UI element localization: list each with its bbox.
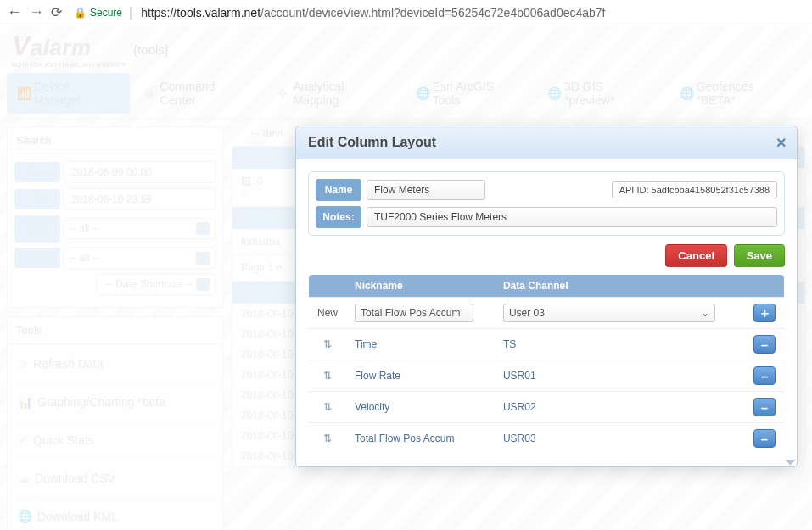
from-label: From (14, 162, 60, 182)
column-row: ⇅VelocityUSR02– (309, 392, 785, 423)
refresh-icon: ⟳ (18, 357, 28, 371)
chevron-down-icon: ⌄ (196, 278, 210, 291)
refresh-data-link[interactable]: ⟳Refresh Data (8, 344, 222, 382)
quick-stats-link[interactable]: ✔Quick Stats (8, 421, 222, 459)
chart-icon: 📊 (18, 395, 32, 409)
column-row: ⇅Total Flow Pos AccumUSR03– (309, 423, 785, 455)
edit-icon[interactable]: ✎ (241, 187, 249, 199)
globe-icon: 🌐 (416, 86, 428, 100)
trigger-select[interactable]: -- all --⌄ (64, 248, 216, 269)
notes-label: Notes: (316, 206, 361, 228)
new-label: New (309, 298, 347, 329)
channel-cell: USR01 (495, 360, 745, 392)
sort-handle-icon[interactable]: ⇅ (317, 432, 338, 444)
col-nickname: Nickname (346, 275, 495, 298)
globe-icon: 🌐 (680, 86, 692, 100)
nickname-cell: Flow Rate (346, 360, 495, 392)
globe-icon: 🌐 (547, 86, 559, 100)
search-panel: Search From 2018-08-09 00:00 To 2018-08-… (7, 126, 223, 308)
logo: Valarm (12, 31, 126, 62)
graphing-link[interactable]: 📊Graphing/Charting *beta (8, 382, 222, 421)
remove-column-button[interactable]: – (753, 429, 776, 448)
globe-icon: 🌐 (18, 510, 32, 523)
close-icon[interactable]: ✕ (776, 135, 787, 151)
cloud-icon: ☁ (18, 471, 30, 485)
new-channel-select[interactable]: User 03⌄ (503, 304, 715, 322)
download-kml-link[interactable]: 🌐Download KML (8, 497, 222, 530)
sort-handle-icon[interactable]: ⇅ (317, 401, 338, 413)
header: Valarm MONITOR ANYTHING, ANYWHERE™ {tool… (0, 25, 812, 68)
to-input[interactable]: 2018-08-10 23:59 (64, 188, 216, 210)
tab-device-manager[interactable]: 📶Device Manager (7, 73, 130, 114)
col-datachannel: Data Channel (495, 275, 745, 298)
cancel-button[interactable]: Cancel (665, 244, 727, 267)
column-row: ⇅Flow RateUSR01– (309, 360, 785, 392)
channel-cell: USR03 (495, 423, 745, 455)
url-bar[interactable]: https://tools.valarm.net/account/deviceV… (139, 6, 805, 20)
search-title: Search (8, 127, 222, 154)
remove-column-button[interactable]: – (753, 335, 776, 354)
save-button[interactable]: Save (734, 244, 785, 267)
new-nickname-input[interactable]: Total Flow Pos Accum (355, 304, 473, 322)
tab-3d-gis[interactable]: 🌐3D GIS *preview* (537, 73, 666, 114)
sort-handle-icon[interactable]: ⇅ (317, 370, 338, 382)
col-handle (309, 275, 347, 298)
tools-title: Tools (8, 317, 222, 344)
chevron-down-icon: ⌄ (701, 307, 709, 319)
column-row: ⇅TimeTS– (309, 329, 785, 360)
api-id-badge: API ID: 5adfcbba4158052f31c57388 (612, 181, 777, 198)
reload-button[interactable]: ⟳ (51, 4, 62, 20)
signal-icon: 📶 (17, 86, 29, 100)
from-input[interactable]: 2018-08-09 00:00 (64, 161, 216, 183)
sort-handle-icon[interactable]: ⇅ (317, 338, 338, 350)
add-column-button[interactable]: ＋ (753, 304, 776, 322)
secure-indicator: 🔒 Secure (74, 7, 122, 19)
tab-esri-arcgis[interactable]: 🌐Esri ArcGIS Tools (406, 73, 534, 114)
dialog-title: Edit Column Layout ✕ (296, 126, 797, 159)
nickname-cell: Total Flow Pos Accum (346, 423, 495, 455)
image-icon: 🖼 (241, 176, 251, 187)
notes-input[interactable]: TUF2000 Series Flow Meters (367, 207, 777, 227)
tools-tag: {tools} (133, 42, 169, 57)
tab-analytical-mapping[interactable]: ✜Analytical Mapping (266, 73, 402, 114)
tab-geofences[interactable]: 🌐Geofences *BETA* (669, 73, 806, 114)
channel-cell: TS (495, 329, 745, 360)
back-button[interactable]: ← (7, 3, 22, 21)
chevron-down-icon: ⌄ (196, 252, 210, 265)
new-row: New Total Flow Pos Accum User 03⌄ ＋ (309, 298, 785, 329)
tools-panel: Tools ⟳Refresh Data 📊Graphing/Charting *… (7, 316, 223, 530)
remove-column-button[interactable]: – (753, 366, 776, 385)
forward-button[interactable]: → (29, 3, 44, 21)
trigger-type-select[interactable]: -- all --⌄ (64, 218, 216, 239)
name-label: Name (316, 179, 361, 201)
nickname-cell: Time (346, 329, 495, 360)
date-shortcuts-select[interactable]: -- Date Shortcuts --⌄ (97, 274, 216, 295)
columns-grid: Nickname Data Channel New Total Flow Pos… (308, 274, 785, 455)
trigger-label: Trigger (14, 248, 60, 268)
name-input[interactable]: Flow Meters (367, 180, 485, 200)
sidebar: Search From 2018-08-09 00:00 To 2018-08-… (7, 126, 223, 530)
target-icon: ✜ (277, 86, 288, 100)
secure-label: Secure (90, 7, 122, 19)
remove-column-button[interactable]: – (753, 398, 776, 416)
check-icon: ✔ (18, 433, 28, 447)
edit-column-layout-dialog: Edit Column Layout ✕ Name Flow Meters AP… (295, 126, 798, 467)
meta-box: Name Flow Meters API ID: 5adfcbba4158052… (308, 171, 785, 236)
browser-bar: ← → ⟳ 🔒 Secure | https://tools.valarm.ne… (0, 0, 812, 25)
tab-command-center[interactable]: 🖥Command Center (133, 73, 263, 114)
nickname-cell: Velocity (346, 392, 495, 423)
chevron-down-icon: ⌄ (196, 222, 210, 235)
download-csv-link[interactable]: ☁Download CSV (8, 459, 222, 497)
channel-cell: USR02 (495, 392, 745, 423)
col-actions (745, 275, 785, 298)
top-nav: 📶Device Manager 🖥Command Center ✜Analyti… (5, 68, 807, 120)
logo-subtitle: MONITOR ANYTHING, ANYWHERE™ (12, 62, 126, 68)
to-label: To (14, 189, 60, 209)
trigger-type-label: Trigger Type (14, 215, 60, 243)
lock-icon: 🔒 (74, 7, 87, 19)
monitor-icon: 🖥 (143, 86, 155, 100)
